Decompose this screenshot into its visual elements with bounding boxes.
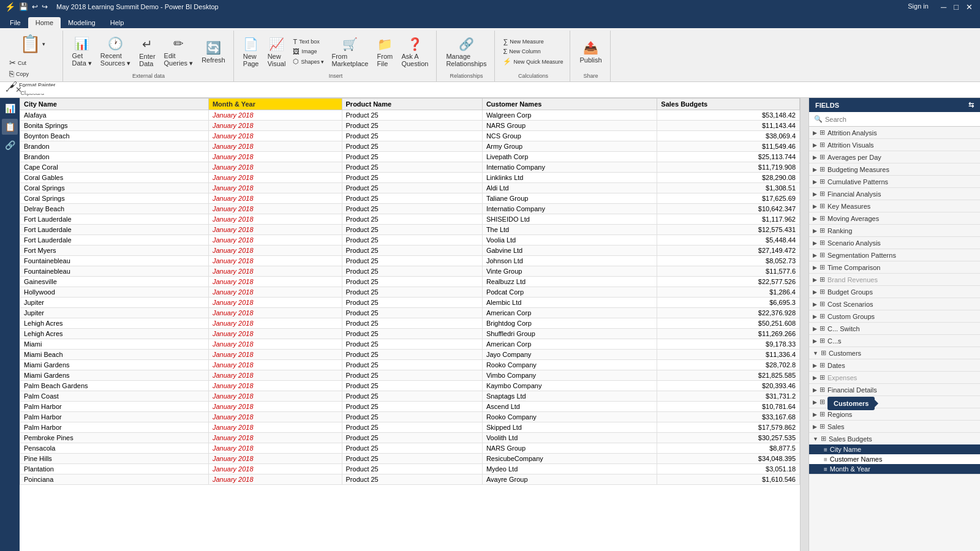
fields-search-input[interactable] <box>825 116 975 123</box>
table-row[interactable]: AlafayaJanuary 2018Product 25Walgreen Co… <box>20 110 800 121</box>
ask-question-button[interactable]: ❓ Ask AQuestion <box>398 35 431 69</box>
table-row[interactable]: Coral SpringsJanuary 2018Product 25Aldi … <box>20 183 800 193</box>
tab-file[interactable]: File <box>2 17 28 28</box>
new-measure-button[interactable]: ∑ New Measure <box>501 37 565 46</box>
field-group-header[interactable]: ▶⊞Moving Averages <box>809 212 980 224</box>
shapes-button[interactable]: ⬡ Shapes ▾ <box>291 57 326 66</box>
new-quick-measure-button[interactable]: ⚡ New Quick Measure <box>501 57 565 66</box>
field-item[interactable]: ≡Customer Names <box>809 454 980 464</box>
col-customer-names[interactable]: Customer Names <box>482 99 657 110</box>
field-group-header[interactable]: ▶⊞Scenario Analysis <box>809 237 980 249</box>
table-row[interactable]: Boynton BeachJanuary 2018Product 25NCS G… <box>20 131 800 141</box>
table-row[interactable]: Palm HarborJanuary 2018Product 25Ascend … <box>20 402 800 412</box>
table-row[interactable]: PoincianaJanuary 2018Product 25Avayre Gr… <box>20 474 800 485</box>
quick-access-undo[interactable]: ↩ <box>32 2 38 11</box>
refresh-button[interactable]: 🔄 Refresh <box>198 39 228 66</box>
table-row[interactable]: MiamiJanuary 2018Product 25American Corp… <box>20 339 800 350</box>
from-marketplace-button[interactable]: 🛒 FromMarketplace <box>328 35 371 69</box>
text-box-button[interactable]: T Text box <box>291 37 326 46</box>
quick-access-redo[interactable]: ↪ <box>42 2 48 11</box>
table-row[interactable]: HollywoodJanuary 2018Product 25Podcat Co… <box>20 287 800 298</box>
field-group-header[interactable]: ▶⊞Averages per Day <box>809 151 980 163</box>
field-group-header[interactable]: ▶⊞Key Measures <box>809 200 980 212</box>
close-button[interactable]: ✕ <box>963 2 975 12</box>
table-row[interactable]: Pembroke PinesJanuary 2018Product 25Vool… <box>20 433 800 443</box>
table-row[interactable]: Coral SpringsJanuary 2018Product 25Talia… <box>20 193 800 204</box>
table-row[interactable]: FountainebleauJanuary 2018Product 25John… <box>20 256 800 266</box>
tab-modeling[interactable]: Modeling <box>61 17 103 28</box>
col-city-name[interactable]: City Name <box>20 99 209 110</box>
table-row[interactable]: Fort MyersJanuary 2018Product 25Gabvine … <box>20 246 800 256</box>
field-group-header[interactable]: ▶⊞Sales <box>809 421 980 432</box>
table-row[interactable]: Palm HarborJanuary 2018Product 25Rooko C… <box>20 412 800 422</box>
col-sales-budgets[interactable]: Sales Budgets <box>657 99 800 110</box>
field-item[interactable]: ≡Month & Year <box>809 464 980 474</box>
table-row[interactable]: Palm CoastJanuary 2018Product 25Snaptags… <box>20 391 800 402</box>
table-row[interactable]: GainesvilleJanuary 2018Product 25Realbuz… <box>20 277 800 287</box>
formula-check-button[interactable]: ✓ <box>5 85 12 94</box>
field-group-header[interactable]: ▶⊞Custom Groups <box>809 310 980 322</box>
table-row[interactable]: Delray BeachJanuary 2018Product 25Intern… <box>20 204 800 214</box>
vertical-scrollbar[interactable] <box>800 98 809 551</box>
enter-data-button[interactable]: ↵ EnterData <box>136 35 158 69</box>
table-row[interactable]: FountainebleauJanuary 2018Product 25Vint… <box>20 266 800 277</box>
quick-access-save[interactable]: 💾 <box>19 2 28 11</box>
field-group-header[interactable]: ▶⊞Dates <box>809 359 980 371</box>
report-view-icon[interactable]: 📊 <box>2 100 18 116</box>
cut-button[interactable]: ✂Cut <box>7 58 58 68</box>
manage-relationships-button[interactable]: 🔗 ManageRelationships <box>443 35 489 69</box>
field-group-header[interactable]: ▶⊞Budget Groups <box>809 286 980 298</box>
fields-expand-icon[interactable]: ⇆ <box>968 101 974 109</box>
table-row[interactable]: BrandonJanuary 2018Product 25Livepath Co… <box>20 152 800 162</box>
col-month-year[interactable]: Month & Year <box>208 99 342 110</box>
formula-bar-input[interactable] <box>26 86 975 94</box>
from-file-button[interactable]: 📁 FromFile <box>374 35 396 69</box>
model-view-icon[interactable]: 🔗 <box>2 137 18 153</box>
field-group-header[interactable]: ▶⊞Expenses <box>809 372 980 383</box>
table-row[interactable]: PensacolaJanuary 2018Product 25NARS Grou… <box>20 443 800 454</box>
field-group-header[interactable]: ▶⊞Financial Details <box>809 384 980 395</box>
edit-queries-button[interactable]: ✏ EditQueries ▾ <box>161 34 197 69</box>
table-row[interactable]: Cape CoralJanuary 2018Product 25Internat… <box>20 162 800 173</box>
field-group-header[interactable]: ▶⊞Attrition Visuals <box>809 139 980 151</box>
field-group-header[interactable]: ▶⊞Budgeting Measures <box>809 163 980 175</box>
table-row[interactable]: Fort LauderdaleJanuary 2018Product 25Voo… <box>20 235 800 246</box>
maximize-button[interactable]: □ <box>951 2 961 12</box>
copy-button[interactable]: ⎘Copy <box>7 69 58 79</box>
field-group-header[interactable]: ▶⊞C...s <box>809 335 980 347</box>
field-group-header[interactable]: ▶⊞Brand Revenues <box>809 274 980 285</box>
table-row[interactable]: Fort LauderdaleJanuary 2018Product 25The… <box>20 225 800 235</box>
field-group-header[interactable]: ▶⊞Ranking <box>809 225 980 236</box>
field-group-header[interactable]: ▶⊞Cost Scenarios <box>809 298 980 310</box>
table-row[interactable]: Lehigh AcresJanuary 2018Product 25Shuffl… <box>20 329 800 339</box>
field-group-header[interactable]: ▼⊞Customers <box>809 347 980 359</box>
field-group-header[interactable]: ▼⊞Sales Budgets <box>809 433 980 444</box>
table-row[interactable]: Fort LauderdaleJanuary 2018Product 25SHI… <box>20 214 800 225</box>
sign-in-label[interactable]: Sign in <box>908 2 929 12</box>
tab-home[interactable]: Home <box>28 17 61 28</box>
new-visual-button[interactable]: 📈 NewVisual <box>265 35 289 69</box>
paste-button[interactable]: 📋▾ <box>7 31 58 57</box>
get-data-button[interactable]: 📊 GetData ▾ <box>69 34 95 69</box>
table-row[interactable]: Miami GardensJanuary 2018Product 25Vimbo… <box>20 370 800 381</box>
data-table-wrapper[interactable]: City Name Month & Year Product Name Cust… <box>20 98 809 551</box>
image-button[interactable]: 🖼 Image <box>291 47 326 56</box>
tab-help[interactable]: Help <box>103 17 132 28</box>
table-row[interactable]: Palm Beach GardensJanuary 2018Product 25… <box>20 381 800 391</box>
minimize-button[interactable]: ─ <box>938 2 949 12</box>
table-row[interactable]: JupiterJanuary 2018Product 25Alembic Ltd… <box>20 298 800 308</box>
table-row[interactable]: Palm HarborJanuary 2018Product 25Skipped… <box>20 422 800 433</box>
field-group-header[interactable]: ▶⊞Time Comparison <box>809 261 980 273</box>
table-row[interactable]: Miami GardensJanuary 2018Product 25Rooko… <box>20 360 800 370</box>
col-product-name[interactable]: Product Name <box>342 99 482 110</box>
field-group-header[interactable]: ▶⊞Cumulative Patterns <box>809 176 980 187</box>
table-row[interactable]: Miami BeachJanuary 2018Product 25Jayo Co… <box>20 350 800 360</box>
field-group-header[interactable]: ▶⊞C... Switch <box>809 323 980 334</box>
new-page-button[interactable]: 📄 NewPage <box>240 35 262 69</box>
table-row[interactable]: Coral GablesJanuary 2018Product 25Linkli… <box>20 173 800 183</box>
publish-button[interactable]: 📤 Publish <box>576 39 605 66</box>
table-row[interactable]: BrandonJanuary 2018Product 25Army Group$… <box>20 141 800 152</box>
table-row[interactable]: Lehigh AcresJanuary 2018Product 25Bright… <box>20 318 800 329</box>
new-column-button[interactable]: Σ New Column <box>501 47 565 56</box>
data-view-icon[interactable]: 📋 <box>2 119 18 135</box>
